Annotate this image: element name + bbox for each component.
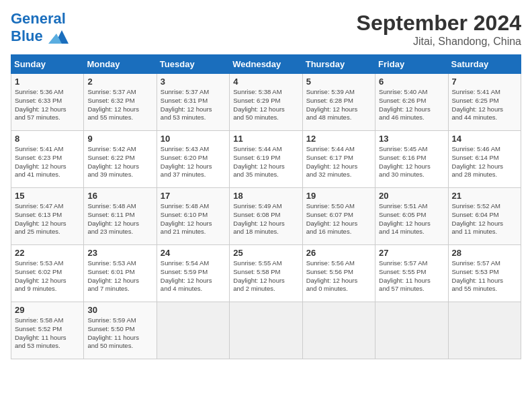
day-info: Sunrise: 5:56 AM Sunset: 5:56 PM Dayligh… [306,259,371,293]
calendar-cell: 21Sunrise: 5:52 AM Sunset: 6:04 PM Dayli… [448,188,521,245]
calendar-cell: 12Sunrise: 5:44 AM Sunset: 6:17 PM Dayli… [302,131,375,188]
calendar-cell [448,302,521,359]
day-number: 16 [87,191,152,201]
calendar-cell: 23Sunrise: 5:53 AM Sunset: 6:01 PM Dayli… [84,245,157,302]
location-title: Jitai, Shandong, China [357,36,521,48]
logo-icon [48,27,69,47]
calendar-cell: 28Sunrise: 5:57 AM Sunset: 5:53 PM Dayli… [448,245,521,302]
day-info: Sunrise: 5:44 AM Sunset: 6:19 PM Dayligh… [233,145,298,179]
day-number: 23 [87,248,152,258]
day-info: Sunrise: 5:48 AM Sunset: 6:10 PM Dayligh… [161,202,226,236]
page-header: General Blue September 2024 Jitai, Shand… [11,11,521,48]
col-wednesday: Wednesday [230,55,302,74]
day-info: Sunrise: 5:54 AM Sunset: 5:59 PM Dayligh… [161,259,226,293]
calendar-cell: 9Sunrise: 5:42 AM Sunset: 6:22 PM Daylig… [84,131,157,188]
day-number: 17 [161,191,226,201]
day-number: 8 [15,134,80,144]
calendar-week-5: 29Sunrise: 5:58 AM Sunset: 5:52 PM Dayli… [11,302,521,359]
day-info: Sunrise: 5:46 AM Sunset: 6:14 PM Dayligh… [452,145,517,179]
logo: General Blue [11,11,69,47]
day-info: Sunrise: 5:58 AM Sunset: 5:52 PM Dayligh… [15,316,80,351]
day-number: 28 [452,248,517,258]
calendar-cell: 6Sunrise: 5:40 AM Sunset: 6:26 PM Daylig… [375,74,448,131]
day-number: 21 [452,191,517,201]
header-row: Sunday Monday Tuesday Wednesday Thursday… [11,55,521,74]
logo-blue: Blue [11,28,43,44]
logo-general: General [11,10,66,27]
col-monday: Monday [84,55,157,74]
calendar-cell: 15Sunrise: 5:47 AM Sunset: 6:13 PM Dayli… [11,188,84,245]
day-info: Sunrise: 5:41 AM Sunset: 6:25 PM Dayligh… [452,88,517,122]
calendar-cell: 20Sunrise: 5:51 AM Sunset: 6:05 PM Dayli… [375,188,448,245]
calendar-cell: 5Sunrise: 5:39 AM Sunset: 6:28 PM Daylig… [302,74,375,131]
day-info: Sunrise: 5:57 AM Sunset: 5:55 PM Dayligh… [379,259,444,293]
day-info: Sunrise: 5:37 AM Sunset: 6:32 PM Dayligh… [87,88,152,122]
day-number: 14 [452,134,517,144]
day-number: 5 [306,77,371,87]
calendar-cell: 4Sunrise: 5:38 AM Sunset: 6:29 PM Daylig… [230,74,302,131]
day-number: 4 [233,77,298,87]
day-info: Sunrise: 5:50 AM Sunset: 6:07 PM Dayligh… [306,202,371,236]
day-number: 18 [233,191,298,201]
calendar-cell: 24Sunrise: 5:54 AM Sunset: 5:59 PM Dayli… [157,245,229,302]
day-number: 12 [306,134,371,144]
day-number: 1 [15,77,80,87]
calendar-cell: 11Sunrise: 5:44 AM Sunset: 6:19 PM Dayli… [230,131,302,188]
calendar-week-4: 22Sunrise: 5:53 AM Sunset: 6:02 PM Dayli… [11,245,521,302]
calendar-cell: 1Sunrise: 5:36 AM Sunset: 6:33 PM Daylig… [11,74,84,131]
col-saturday: Saturday [448,55,521,74]
calendar-cell: 26Sunrise: 5:56 AM Sunset: 5:56 PM Dayli… [302,245,375,302]
calendar-cell [375,302,448,359]
day-info: Sunrise: 5:53 AM Sunset: 6:01 PM Dayligh… [87,259,152,293]
day-number: 22 [15,248,80,258]
day-number: 9 [87,134,152,144]
day-info: Sunrise: 5:45 AM Sunset: 6:16 PM Dayligh… [379,145,444,179]
calendar-cell: 19Sunrise: 5:50 AM Sunset: 6:07 PM Dayli… [302,188,375,245]
calendar-cell: 30Sunrise: 5:59 AM Sunset: 5:50 PM Dayli… [84,302,157,359]
calendar-cell: 13Sunrise: 5:45 AM Sunset: 6:16 PM Dayli… [375,131,448,188]
day-info: Sunrise: 5:53 AM Sunset: 6:02 PM Dayligh… [15,259,80,293]
day-info: Sunrise: 5:47 AM Sunset: 6:13 PM Dayligh… [15,202,80,236]
day-info: Sunrise: 5:59 AM Sunset: 5:50 PM Dayligh… [87,316,152,351]
day-info: Sunrise: 5:41 AM Sunset: 6:23 PM Dayligh… [15,145,80,179]
day-info: Sunrise: 5:39 AM Sunset: 6:28 PM Dayligh… [306,88,371,122]
calendar-cell [157,302,229,359]
day-number: 19 [306,191,371,201]
day-info: Sunrise: 5:52 AM Sunset: 6:04 PM Dayligh… [452,202,517,236]
month-title: September 2024 [357,11,521,36]
calendar-cell: 3Sunrise: 5:37 AM Sunset: 6:31 PM Daylig… [157,74,229,131]
day-info: Sunrise: 5:51 AM Sunset: 6:05 PM Dayligh… [379,202,444,236]
title-area: September 2024 Jitai, Shandong, China [357,11,521,48]
calendar-week-3: 15Sunrise: 5:47 AM Sunset: 6:13 PM Dayli… [11,188,521,245]
calendar-cell: 10Sunrise: 5:43 AM Sunset: 6:20 PM Dayli… [157,131,229,188]
day-info: Sunrise: 5:48 AM Sunset: 6:11 PM Dayligh… [87,202,152,236]
day-number: 27 [379,248,444,258]
day-info: Sunrise: 5:57 AM Sunset: 5:53 PM Dayligh… [452,259,517,293]
day-number: 13 [379,134,444,144]
day-info: Sunrise: 5:40 AM Sunset: 6:26 PM Dayligh… [379,88,444,122]
day-info: Sunrise: 5:43 AM Sunset: 6:20 PM Dayligh… [161,145,226,179]
calendar-cell: 14Sunrise: 5:46 AM Sunset: 6:14 PM Dayli… [448,131,521,188]
day-info: Sunrise: 5:38 AM Sunset: 6:29 PM Dayligh… [233,88,298,122]
day-number: 11 [233,134,298,144]
calendar-week-1: 1Sunrise: 5:36 AM Sunset: 6:33 PM Daylig… [11,74,521,131]
day-info: Sunrise: 5:36 AM Sunset: 6:33 PM Dayligh… [15,88,80,122]
day-number: 26 [306,248,371,258]
day-info: Sunrise: 5:55 AM Sunset: 5:58 PM Dayligh… [233,259,298,293]
calendar-cell: 18Sunrise: 5:49 AM Sunset: 6:08 PM Dayli… [230,188,302,245]
day-number: 15 [15,191,80,201]
calendar-cell [230,302,302,359]
logo-text: General Blue [11,11,69,47]
calendar-cell [302,302,375,359]
calendar-cell: 16Sunrise: 5:48 AM Sunset: 6:11 PM Dayli… [84,188,157,245]
day-info: Sunrise: 5:44 AM Sunset: 6:17 PM Dayligh… [306,145,371,179]
calendar-cell: 7Sunrise: 5:41 AM Sunset: 6:25 PM Daylig… [448,74,521,131]
day-number: 10 [161,134,226,144]
calendar-cell: 17Sunrise: 5:48 AM Sunset: 6:10 PM Dayli… [157,188,229,245]
day-number: 29 [15,305,80,315]
calendar-cell: 25Sunrise: 5:55 AM Sunset: 5:58 PM Dayli… [230,245,302,302]
col-sunday: Sunday [11,55,84,74]
col-thursday: Thursday [302,55,375,74]
day-number: 24 [161,248,226,258]
day-number: 20 [379,191,444,201]
